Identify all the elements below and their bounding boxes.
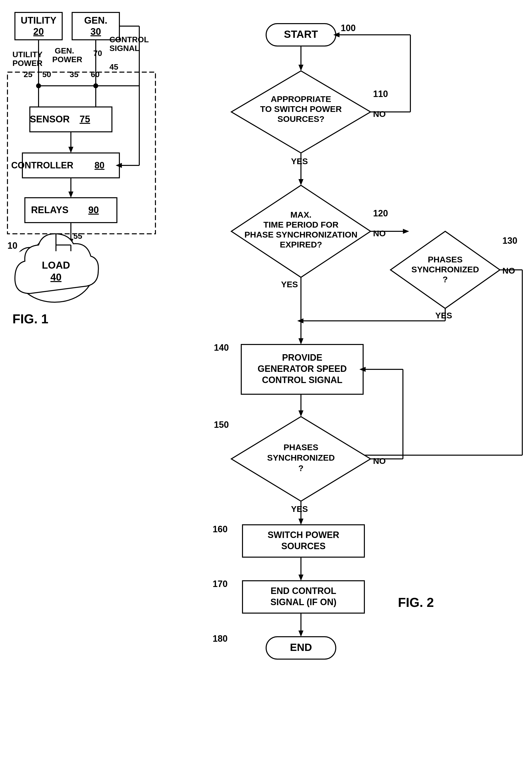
svg-marker-104 bbox=[297, 318, 303, 323]
svg-text:TIME PERIOD FOR: TIME PERIOD FOR bbox=[263, 220, 339, 229]
svg-text:YES: YES bbox=[435, 311, 452, 320]
svg-text:60: 60 bbox=[91, 70, 100, 79]
svg-text:SYNCHRONIZED: SYNCHRONIZED bbox=[411, 265, 479, 274]
svg-text:UTILITY: UTILITY bbox=[21, 15, 56, 25]
svg-marker-80 bbox=[298, 179, 303, 185]
svg-text:GENERATOR SPEED: GENERATOR SPEED bbox=[258, 364, 347, 374]
svg-marker-38 bbox=[68, 191, 73, 198]
svg-text:END CONTROL: END CONTROL bbox=[271, 586, 336, 596]
svg-text:MAX.: MAX. bbox=[291, 210, 312, 219]
svg-text:SWITCH POWER: SWITCH POWER bbox=[268, 530, 339, 540]
svg-text:120: 120 bbox=[373, 208, 388, 218]
svg-text:55: 55 bbox=[73, 232, 82, 241]
svg-text:45: 45 bbox=[109, 62, 118, 71]
svg-text:END: END bbox=[290, 642, 312, 653]
svg-text:START: START bbox=[284, 28, 318, 40]
svg-text:?: ? bbox=[443, 275, 448, 284]
svg-text:SIGNAL (IF ON): SIGNAL (IF ON) bbox=[270, 597, 336, 607]
svg-text:50: 50 bbox=[42, 70, 51, 79]
svg-text:POWER: POWER bbox=[12, 59, 43, 68]
svg-marker-133 bbox=[298, 575, 303, 581]
svg-text:75: 75 bbox=[79, 114, 90, 124]
svg-text:SOURCES?: SOURCES? bbox=[278, 114, 324, 124]
svg-text:LOAD: LOAD bbox=[42, 260, 70, 271]
svg-text:APPROPRIATE: APPROPRIATE bbox=[271, 94, 331, 104]
svg-text:25: 25 bbox=[23, 70, 33, 79]
svg-text:160: 160 bbox=[213, 524, 228, 534]
svg-text:SYNCHRONIZED: SYNCHRONIZED bbox=[267, 453, 335, 462]
svg-text:NO: NO bbox=[373, 109, 386, 119]
svg-text:PHASE SYNCHRONIZATION: PHASE SYNCHRONIZATION bbox=[244, 230, 358, 239]
svg-text:40: 40 bbox=[51, 272, 62, 283]
svg-text:SOURCES: SOURCES bbox=[281, 541, 326, 551]
svg-text:100: 100 bbox=[341, 23, 356, 33]
svg-text:GEN.: GEN. bbox=[55, 46, 74, 55]
page: UTILITY 20 GEN. 30 UTILITY POWER GEN. PO… bbox=[0, 0, 532, 779]
svg-marker-127 bbox=[298, 519, 303, 525]
svg-text:CONTROL SIGNAL: CONTROL SIGNAL bbox=[262, 375, 342, 385]
svg-text:YES: YES bbox=[291, 157, 308, 166]
svg-text:UTILITY: UTILITY bbox=[12, 50, 43, 59]
svg-marker-67 bbox=[298, 65, 303, 71]
svg-text:150: 150 bbox=[214, 420, 229, 430]
svg-text:30: 30 bbox=[91, 26, 101, 37]
svg-text:170: 170 bbox=[213, 579, 228, 589]
svg-text:SENSOR: SENSOR bbox=[30, 114, 70, 124]
svg-text:180: 180 bbox=[213, 634, 228, 644]
svg-text:110: 110 bbox=[373, 89, 388, 99]
svg-text:35: 35 bbox=[70, 70, 78, 79]
svg-text:RELAYS: RELAYS bbox=[31, 205, 69, 215]
svg-text:?: ? bbox=[298, 463, 304, 473]
svg-marker-107 bbox=[298, 338, 303, 345]
svg-text:PHASES: PHASES bbox=[428, 255, 463, 264]
svg-text:130: 130 bbox=[503, 236, 517, 246]
svg-text:CONTROLLER: CONTROLLER bbox=[11, 160, 73, 170]
svg-text:TO SWITCH POWER: TO SWITCH POWER bbox=[260, 104, 342, 114]
svg-text:FIG. 2: FIG. 2 bbox=[398, 595, 434, 610]
svg-text:FIG. 1: FIG. 1 bbox=[12, 312, 48, 326]
svg-text:POWER: POWER bbox=[52, 55, 82, 64]
svg-text:NO: NO bbox=[503, 266, 515, 275]
svg-text:CONTROL: CONTROL bbox=[109, 35, 149, 44]
svg-text:20: 20 bbox=[33, 26, 44, 37]
svg-text:NO: NO bbox=[373, 229, 386, 238]
svg-marker-140 bbox=[298, 631, 303, 637]
svg-text:80: 80 bbox=[95, 160, 105, 170]
svg-text:70: 70 bbox=[93, 49, 102, 58]
svg-text:EXPIRED?: EXPIRED? bbox=[280, 240, 322, 249]
svg-text:PROVIDE: PROVIDE bbox=[282, 352, 322, 363]
svg-marker-33 bbox=[68, 147, 73, 153]
svg-text:YES: YES bbox=[281, 280, 298, 289]
svg-marker-90 bbox=[403, 229, 409, 234]
svg-text:10: 10 bbox=[7, 241, 17, 251]
svg-marker-114 bbox=[298, 410, 303, 417]
svg-text:GEN.: GEN. bbox=[84, 15, 108, 25]
svg-text:YES: YES bbox=[291, 504, 308, 514]
svg-text:PHASES: PHASES bbox=[284, 442, 318, 452]
svg-text:SIGNAL: SIGNAL bbox=[109, 44, 139, 53]
svg-text:140: 140 bbox=[214, 343, 229, 353]
svg-text:NO: NO bbox=[373, 456, 386, 466]
diagram-svg: UTILITY 20 GEN. 30 UTILITY POWER GEN. PO… bbox=[0, 0, 532, 779]
svg-text:90: 90 bbox=[88, 205, 99, 215]
